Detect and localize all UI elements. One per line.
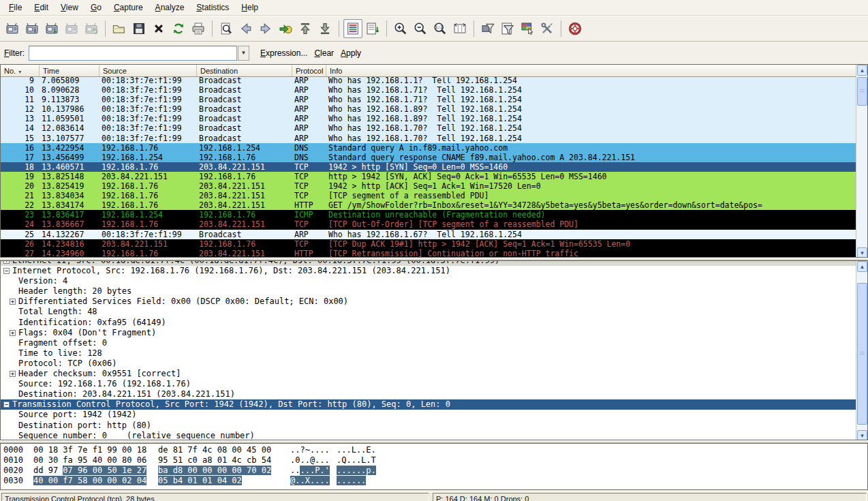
column-header-destination[interactable]: Destination — [197, 65, 292, 76]
go-back-icon[interactable] — [236, 19, 255, 38]
detail-line[interactable]: +Sequence number: 0 (relative sequence n… — [1, 431, 856, 440]
capture-options-icon[interactable] — [22, 19, 42, 38]
go-to-top-icon[interactable] — [296, 19, 315, 38]
packet-row-21[interactable]: 2113.834034192.168.1.76203.84.221.151TCP… — [1, 191, 856, 200]
detail-line[interactable]: +Protocol: TCP (0x06) — [1, 359, 856, 369]
packet-row-13[interactable]: 1311.05950100:18:3f:7e:f1:99BroadcastARP… — [1, 114, 856, 123]
packet-row-17[interactable]: 1713.456499192.168.1.254192.168.1.76DNSS… — [1, 153, 856, 162]
menu-view[interactable]: View — [55, 1, 84, 15]
packet-row-10[interactable]: 108.09062800:18:3f:7e:f1:99BroadcastARPW… — [1, 85, 856, 95]
go-forward-icon[interactable] — [256, 19, 275, 38]
hex-line-0030[interactable]: 003040 00 f7 58 00 00 02 0405 b4 01 01 0… — [1, 476, 867, 486]
filter-input[interactable] — [29, 46, 237, 61]
menu-statistics[interactable]: Statistics — [190, 1, 235, 15]
menu-edit[interactable]: Edit — [28, 1, 55, 15]
menu-file[interactable]: File — [3, 1, 28, 15]
packet-row-24[interactable]: 2413.836667192.168.1.76203.84.221.151TCP… — [1, 219, 856, 229]
packet-row-23[interactable]: 2313.836417192.168.1.254192.168.1.76ICMP… — [1, 210, 856, 219]
scroll-up-icon[interactable]: ▲ — [857, 65, 867, 76]
packet-row-26[interactable]: 2614.234816203.84.221.151192.168.1.76TCP… — [1, 239, 856, 249]
capture-start-icon[interactable] — [42, 19, 61, 38]
packet-row-9[interactable]: 97.06580900:18:3f:7e:f1:99BroadcastARPWh… — [1, 77, 856, 85]
resize-columns-icon[interactable] — [450, 19, 469, 38]
packet-row-27[interactable]: 2714.234960192.168.1.76203.84.221.151HTT… — [1, 249, 856, 257]
column-header-no[interactable]: No.▾ — [1, 65, 40, 76]
detail-line[interactable]: −Internet Protocol, Src: 192.168.1.76 (1… — [1, 266, 856, 276]
column-header-info[interactable]: Info — [326, 65, 867, 76]
filter-clear-button[interactable]: Clear — [314, 48, 334, 58]
collapse-icon[interactable]: − — [3, 401, 10, 408]
hex-line-0010[interactable]: 001000 30 fa 95 40 00 80 0695 51 c0 a8 0… — [1, 455, 867, 466]
column-header-time[interactable]: Time — [40, 65, 99, 76]
expand-icon[interactable]: + — [3, 260, 10, 264]
scroll-down-icon[interactable]: ▼ — [857, 430, 867, 440]
scroll-up-icon[interactable]: ▲ — [857, 261, 867, 272]
zoom-100-icon[interactable]: 1:1 — [431, 19, 450, 38]
auto-scroll-icon[interactable] — [363, 19, 382, 38]
scrollbar-thumb[interactable] — [857, 283, 867, 425]
detail-line[interactable]: +Differentiated Services Field: 0x00 (DS… — [1, 297, 856, 307]
hex-line-0000[interactable]: 000000 18 3f 7e f1 99 00 18de 81 7f 4c 0… — [1, 445, 867, 455]
detail-line[interactable]: +Total Length: 48 — [1, 307, 856, 317]
packet-row-11[interactable]: 119.11387300:18:3f:7e:f1:99BroadcastARPW… — [1, 95, 856, 104]
print-icon[interactable] — [189, 19, 208, 38]
menu-analyze[interactable]: Analyze — [149, 1, 191, 15]
expand-icon[interactable]: + — [10, 299, 16, 305]
column-header-source[interactable]: Source — [99, 65, 197, 76]
coloring-rules-icon[interactable] — [518, 19, 537, 38]
packet-list-scrollbar[interactable]: ▲▼ — [856, 65, 867, 258]
menu-capture[interactable]: Capture — [108, 1, 149, 15]
file-close-icon[interactable] — [149, 19, 168, 38]
scroll-down-icon[interactable]: ▼ — [857, 247, 867, 258]
zoom-out-icon[interactable] — [411, 19, 430, 38]
packet-detail-scrollbar[interactable]: ▲▼ — [856, 261, 867, 440]
detail-line[interactable]: +Destination: 203.84.221.151 (203.84.221… — [1, 389, 856, 399]
filter-apply-button[interactable]: Apply — [341, 48, 361, 58]
go-to-packet-icon[interactable] — [276, 19, 295, 38]
expand-icon[interactable]: + — [10, 330, 16, 336]
packet-row-14[interactable]: 1412.08361400:18:3f:7e:f1:99BroadcastARP… — [1, 123, 856, 133]
packet-row-25[interactable]: 2514.13226700:18:3f:7e:f1:99BroadcastARP… — [1, 230, 856, 239]
menu-help[interactable]: Help — [235, 1, 264, 15]
detail-line[interactable]: +Ethernet II, Src: 00:18:de:81:7f:4c (00… — [1, 260, 856, 266]
expand-icon[interactable]: + — [10, 371, 16, 377]
hex-line-0020[interactable]: 0020dd 97 07 96 00 50 1e 27ba d8 00 00 0… — [1, 466, 867, 476]
file-save-icon[interactable] — [129, 19, 149, 38]
scrollbar-thumb[interactable] — [857, 77, 867, 106]
packet-row-15[interactable]: 1513.10757700:18:3f:7e:f1:99BroadcastARP… — [1, 134, 856, 143]
menu-go[interactable]: Go — [84, 1, 108, 15]
capture-interfaces-icon[interactable] — [3, 19, 22, 38]
capture-filter-icon[interactable] — [478, 19, 497, 38]
packet-bytes-pane[interactable]: 000000 18 3f 7e f1 99 00 18de 81 7f 4c 0… — [0, 443, 868, 490]
detail-line[interactable]: +Source: 192.168.1.76 (192.168.1.76) — [1, 379, 856, 389]
collapse-icon[interactable]: − — [3, 268, 10, 274]
preferences-icon[interactable] — [538, 19, 557, 38]
filter-expression-button[interactable]: Expression... — [260, 48, 307, 58]
find-packet-icon[interactable] — [217, 19, 236, 38]
packet-row-19[interactable]: 1913.825148203.84.221.151192.168.1.76TCP… — [1, 172, 856, 181]
detail-line[interactable]: +Fragment offset: 0 — [1, 338, 856, 348]
detail-line[interactable]: +Header checksum: 0x9551 [correct] — [1, 369, 856, 379]
go-to-bottom-icon[interactable] — [315, 19, 335, 38]
filter-dropdown-button[interactable]: ▼ — [238, 46, 249, 61]
detail-line[interactable]: +Destination port: http (80) — [1, 421, 856, 431]
detail-line[interactable]: +Header length: 20 bytes — [1, 286, 856, 297]
detail-line[interactable]: +Flags: 0x04 (Don't Fragment) — [1, 328, 856, 338]
detail-line[interactable]: +Version: 4 — [1, 276, 856, 286]
column-header-protocol[interactable]: Protocol — [292, 65, 326, 76]
packet-row-12[interactable]: 1210.13798600:18:3f:7e:f1:99BroadcastARP… — [1, 104, 856, 114]
zoom-in-icon[interactable] — [391, 19, 410, 38]
detail-line[interactable]: +Identification: 0xfa95 (64149) — [1, 318, 856, 328]
display-filter-icon[interactable] — [498, 19, 517, 38]
packet-row-18[interactable]: 1813.460571192.168.1.76203.84.221.151TCP… — [1, 162, 856, 172]
reload-icon[interactable] — [169, 19, 188, 38]
detail-line[interactable]: −Transmission Control Protocol, Src Port… — [1, 399, 856, 410]
packet-row-22[interactable]: 2213.834174192.168.1.76203.84.221.151HTT… — [1, 200, 856, 210]
help-icon[interactable] — [565, 19, 585, 38]
detail-line[interactable]: +Source port: 1942 (1942) — [1, 410, 856, 420]
file-open-icon[interactable] — [110, 19, 129, 38]
detail-line[interactable]: +Time to live: 128 — [1, 348, 856, 359]
packet-row-20[interactable]: 2013.825419192.168.1.76203.84.221.151TCP… — [1, 181, 856, 191]
colorize-icon[interactable] — [343, 19, 362, 38]
packet-row-16[interactable]: 1613.422954192.168.1.76192.168.1.254DNSS… — [1, 143, 856, 153]
